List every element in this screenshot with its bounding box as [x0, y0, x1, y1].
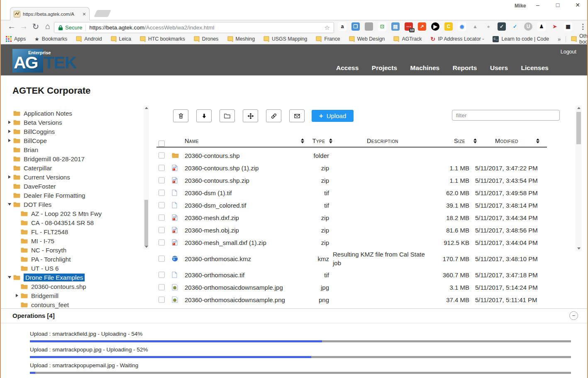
refresh-icon[interactable]: ↻: [31, 22, 41, 32]
scrollbar-thumb[interactable]: [144, 200, 148, 246]
row-checkbox[interactable]: [159, 190, 165, 196]
tab-close-icon[interactable]: ×: [83, 11, 86, 17]
bookmarks-overflow-icon[interactable]: »: [558, 36, 561, 42]
table-row[interactable]: 20360-dsm (1).tiftif62.0 MB5/11/2017, 3:…: [156, 187, 547, 199]
tree-item-davefoster[interactable]: DaveFoster: [1, 182, 143, 191]
capture-icon[interactable]: ⊡: [378, 22, 386, 31]
nav-item-licenses[interactable]: Licenses: [521, 64, 549, 72]
new-tab-button[interactable]: [94, 10, 111, 17]
bookmark-star-icon[interactable]: ☆: [324, 24, 330, 32]
spellcheck-icon[interactable]: ✓: [511, 22, 519, 31]
caret-right-icon[interactable]: [8, 175, 11, 179]
caret-down-icon[interactable]: [8, 276, 11, 279]
bookmark-item[interactable]: ★Bookmarks: [34, 36, 67, 42]
tree-item-bridgemill-08-28-2017[interactable]: Bridgemill 08-28-2017: [1, 154, 143, 163]
tree-item-mi-i-75[interactable]: MI - I-75: [1, 236, 143, 245]
play-icon[interactable]: ▶: [431, 22, 439, 31]
address-bar[interactable]: Secure https://beta.agtek.com /AccessWeb…: [54, 22, 334, 33]
bookmark-item[interactable]: Android: [76, 36, 102, 42]
caret-right-icon[interactable]: [16, 294, 18, 297]
nav-item-projects[interactable]: Projects: [372, 64, 397, 72]
table-row[interactable]: 20360-mesh.dxf.zipzip18.2 MB5/11/2017, 3…: [156, 211, 547, 224]
tree-item-dot-files[interactable]: DOT Files: [1, 200, 143, 209]
nav-item-users[interactable]: Users: [490, 64, 508, 72]
row-checkbox[interactable]: [159, 272, 165, 278]
tree-item-nc-forsyth[interactable]: NC - Forsyth: [1, 245, 143, 254]
tree-item-bridgemill[interactable]: Bridgemill: [1, 291, 143, 300]
row-checkbox[interactable]: [159, 227, 165, 233]
sort-icon[interactable]: [536, 138, 539, 143]
home-icon[interactable]: ⌂: [43, 22, 53, 31]
row-checkbox[interactable]: [159, 284, 165, 291]
browser-tab[interactable]: https://beta.agtek.com/A ×: [10, 7, 90, 20]
scroll-up-icon[interactable]: [576, 107, 582, 109]
main-scrollbar[interactable]: [576, 105, 582, 251]
tree-item-dealer-file-formatting[interactable]: Dealer File Formatting: [1, 191, 143, 200]
tree-item-20360-contours-shp[interactable]: 20360-contours.shp: [1, 282, 143, 291]
row-checkbox[interactable]: [159, 240, 165, 246]
tree-item-fl-flt2548[interactable]: FL - FLT2548: [1, 227, 143, 236]
chart-icon[interactable]: ↗: [418, 22, 426, 31]
tree-item-billcope[interactable]: BillCope: [1, 136, 143, 145]
minimize-button[interactable]: –: [534, 2, 542, 8]
nav-item-machines[interactable]: Machines: [410, 64, 440, 72]
collapse-button[interactable]: −: [569, 311, 578, 320]
sort-icon[interactable]: [473, 138, 477, 143]
bookmark-item[interactable]: Apps: [6, 36, 26, 42]
download-button[interactable]: [196, 109, 212, 122]
column-header-type[interactable]: Type: [309, 138, 328, 144]
tree-item-drone-file-examples[interactable]: Drone File Examples: [1, 273, 143, 282]
ublock-icon[interactable]: U: [524, 22, 532, 31]
bookmark-item[interactable]: Drones: [194, 36, 219, 42]
scroll-down-icon[interactable]: [144, 246, 149, 248]
person-icon[interactable]: ♟: [537, 22, 546, 31]
row-checkbox[interactable]: [159, 165, 165, 171]
scrollbar-thumb[interactable]: [576, 112, 581, 144]
nav-item-reports[interactable]: Reports: [453, 64, 477, 72]
upload-button[interactable]: + Upload: [312, 110, 354, 122]
scroll-up-icon[interactable]: [144, 107, 149, 109]
shield-icon[interactable]: ●: [484, 22, 493, 31]
scroll-down-icon[interactable]: [576, 247, 582, 250]
row-checkbox[interactable]: [159, 215, 165, 221]
back-icon[interactable]: ←: [7, 22, 17, 31]
sort-icon[interactable]: [301, 138, 304, 143]
tree-item-az-loop-202-s-mtn-fwy[interactable]: AZ - Loop 202 S Mtn Fwy: [1, 209, 143, 218]
table-row[interactable]: 20360-orthomosaicdownsample.pngpng37.4 M…: [156, 293, 547, 306]
filter-input[interactable]: [452, 110, 560, 121]
move-button[interactable]: [243, 109, 258, 122]
nav-item-access[interactable]: Access: [336, 64, 359, 72]
bookmark-item[interactable]: USGS Mapping: [264, 36, 307, 42]
drive-icon[interactable]: ▲: [471, 22, 479, 31]
table-row[interactable]: 20360-mesh_small.dxf (1).zipzip912.5 KB5…: [156, 236, 547, 249]
bookmark-item[interactable]: France: [316, 36, 340, 42]
tree-item-caterpillar[interactable]: Caterpillar: [1, 163, 143, 172]
table-row[interactable]: 20360-orthomosaic.kmzkmz170.7 MB5/11/201…: [156, 249, 547, 269]
table-row[interactable]: 20360-contours.shp.zipzip1.1 MB5/11/2017…: [156, 174, 547, 187]
table-row[interactable]: 20360-dsm_colored.tiftif39.1 MB5/11/2017…: [156, 199, 547, 211]
table-row[interactable]: 20360-contours.shp (1).zipzip1.1 MB5/11/…: [156, 162, 547, 174]
caret-right-icon[interactable]: [8, 139, 11, 142]
tree-item-billcoggins[interactable]: BillCoggins: [1, 127, 143, 136]
tree-item-ca-08-043514-sr-58[interactable]: CA - 08-043514 SR 58: [1, 218, 143, 227]
tree-item-brian[interactable]: Brian: [1, 145, 143, 154]
link-button[interactable]: [266, 109, 281, 122]
bookmark-item[interactable]: Meshing: [227, 36, 255, 42]
column-header-name[interactable]: Name: [185, 138, 199, 144]
bookmark-item[interactable]: Leica: [111, 36, 131, 42]
row-checkbox[interactable]: [159, 153, 165, 159]
row-checkbox[interactable]: [159, 177, 165, 184]
sort-icon[interactable]: [329, 138, 332, 143]
select-all-checkbox[interactable]: [159, 141, 165, 147]
bookmark-item[interactable]: ↻IP Address Locator -: [431, 36, 484, 42]
caret-right-icon[interactable]: [8, 121, 11, 124]
row-checkbox[interactable]: [159, 256, 165, 262]
tree-item-application-notes[interactable]: Application Notes: [1, 109, 143, 118]
inbox-icon[interactable]: ✓: [498, 22, 506, 31]
bird-icon[interactable]: ➤: [551, 22, 559, 31]
new-folder-button[interactable]: [220, 109, 235, 122]
email-button[interactable]: [289, 109, 305, 122]
grid-table-icon[interactable]: ▦: [564, 22, 572, 31]
caret-right-icon[interactable]: [8, 130, 11, 133]
row-checkbox[interactable]: [159, 202, 165, 208]
